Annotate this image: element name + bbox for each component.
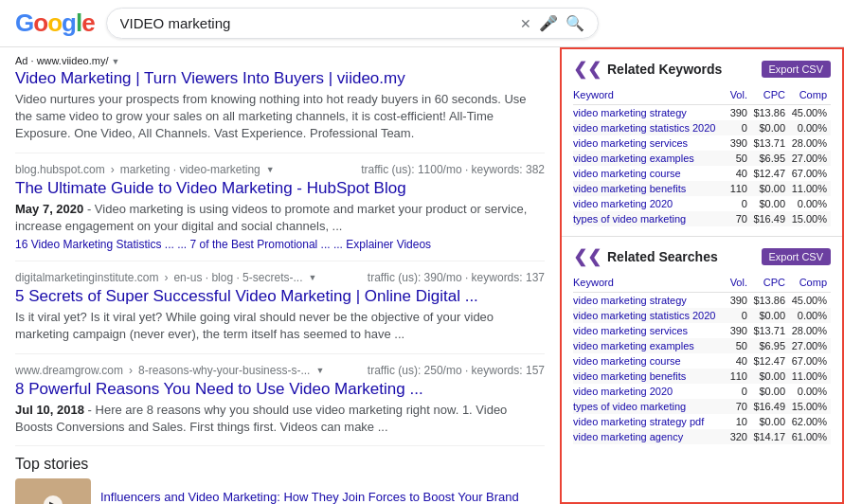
vol-cell: 390 [728,323,751,338]
vol-cell: 110 [728,369,751,384]
result-title-2[interactable]: 5 Secrets of Super Successful Video Mark… [15,286,545,307]
google-logo: Google [15,9,95,38]
vol-cell: 0 [728,308,751,323]
comp-cell: 61.00% [789,429,831,444]
vol-cell: 70 [728,211,751,226]
keyword-cell[interactable]: video marketing statistics 2020 [573,308,728,323]
widget-icon-2: ❮❮ [573,246,602,267]
result-meta-3: www.dreamgrow.com › 8-reasons-why-your-b… [15,364,545,377]
col-cpc-1: CPC [751,87,789,105]
related-keywords-header: ❮❮ Related Keywords Export CSV [573,59,831,80]
top-stories-title: Top stories [15,456,545,473]
vol-cell: 0 [728,120,751,135]
cpc-cell: $12.47 [751,353,789,369]
keyword-cell[interactable]: video marketing 2020 [573,196,728,211]
keyword-cell[interactable]: types of video marketing [573,211,728,226]
results-panel: Ad · www.viideo.my/ ▼ Video Marketing | … [0,47,560,504]
keyword-cell[interactable]: video marketing agency [573,429,728,444]
comp-cell: 0.00% [789,384,831,399]
export-csv-button-2[interactable]: Export CSV [762,248,831,265]
search-bar: ✕ 🎤 🔍 [106,8,599,39]
keyword-cell[interactable]: video marketing services [573,323,728,338]
keyword-cell[interactable]: video marketing course [573,353,728,369]
cpc-cell: $13.71 [751,323,789,338]
keyword-cell[interactable]: video marketing examples [573,151,728,166]
keyword-cell[interactable]: video marketing strategy pdf [573,414,728,429]
keyword-cell[interactable]: video marketing benefits [573,181,728,196]
result-dmi: digitalmarketinginstitute.com › en-us · … [15,271,545,353]
table-row: video marketing course 40 $12.47 67.00% [573,353,831,369]
comp-cell: 67.00% [789,166,831,181]
story-item-1: ▶ Influencers and Video Marketing: How T… [15,478,545,504]
result-meta-1: blog.hubspot.com › marketing · video-mar… [15,163,545,176]
result-title-3[interactable]: 8 Powerful Reasons You Need to Use Video… [15,379,545,400]
col-keyword-2: Keyword [573,275,728,293]
comp-cell: 0.00% [789,120,831,135]
mic-button[interactable]: 🎤 [539,14,558,32]
cpc-cell: $0.00 [751,369,789,384]
vol-cell: 40 [728,353,751,369]
comp-cell: 11.00% [789,369,831,384]
keyword-cell[interactable]: video marketing strategy [573,105,728,121]
table-row: video marketing services 390 $13.71 28.0… [573,135,831,151]
vol-cell: 0 [728,384,751,399]
keyword-cell[interactable]: video marketing examples [573,338,728,353]
result-snippet-2: Is it viral yet? Is it viral yet? While … [15,309,545,343]
export-csv-button-1[interactable]: Export CSV [762,61,831,78]
comp-cell: 45.00% [789,293,831,309]
keyword-cell[interactable]: video marketing strategy [573,293,728,309]
keyword-cell[interactable]: video marketing services [573,135,728,151]
ad-title[interactable]: Video Marketing | Turn Viewers Into Buye… [15,68,545,89]
related-keywords-title: Related Keywords [607,62,722,77]
result-hubspot: blog.hubspot.com › marketing · video-mar… [15,163,545,261]
search-input[interactable] [120,15,512,31]
comp-cell: 62.00% [789,414,831,429]
related-searches-title: Related Searches [607,249,718,264]
vol-cell: 0 [728,196,751,211]
table-row: types of video marketing 70 $16.49 15.00… [573,211,831,226]
play-button-1[interactable]: ▶ [44,495,63,504]
vol-cell: 390 [728,135,751,151]
cpc-cell: $13.86 [751,105,789,121]
vol-cell: 70 [728,399,751,414]
cpc-cell: $6.95 [751,151,789,166]
clear-button[interactable]: ✕ [520,16,531,31]
table-row: video marketing statistics 2020 0 $0.00 … [573,120,831,135]
cpc-cell: $16.49 [751,211,789,226]
search-button[interactable]: 🔍 [566,14,584,32]
table-row: video marketing examples 50 $6.95 27.00% [573,338,831,353]
table-header-row-2: Keyword Vol. CPC Comp [573,275,831,293]
cpc-cell: $13.86 [751,293,789,309]
table-row: video marketing statistics 2020 0 $0.00 … [573,308,831,323]
comp-cell: 0.00% [789,196,831,211]
col-vol-2: Vol. [728,275,751,293]
cpc-cell: $0.00 [751,414,789,429]
table-row: video marketing services 390 $13.71 28.0… [573,323,831,338]
result-meta-2: digitalmarketinginstitute.com › en-us · … [15,271,545,284]
header: Google ✕ 🎤 🔍 [0,0,844,47]
result-snippet-3: Jul 10, 2018 - Here are 8 reasons why yo… [15,402,545,436]
cpc-cell: $0.00 [751,181,789,196]
vol-cell: 50 [728,151,751,166]
vol-cell: 320 [728,429,751,444]
story-thumbnail-1: ▶ [15,478,91,504]
keyword-cell[interactable]: video marketing statistics 2020 [573,120,728,135]
vol-cell: 390 [728,105,751,121]
story-title-1[interactable]: Influencers and Video Marketing: How The… [100,490,545,504]
keyword-cell[interactable]: video marketing course [573,166,728,181]
right-panel: ❮❮ Related Keywords Export CSV Keyword V… [560,47,844,504]
keyword-cell[interactable]: video marketing benefits [573,369,728,384]
keyword-cell[interactable]: types of video marketing [573,399,728,414]
cpc-cell: $16.49 [751,399,789,414]
result-title-1[interactable]: The Ultimate Guide to Video Marketing - … [15,178,545,199]
widget-title-row-2: ❮❮ Related Searches [573,246,718,267]
keyword-cell[interactable]: video marketing 2020 [573,384,728,399]
comp-cell: 15.00% [789,211,831,226]
ad-result: Ad · www.viideo.my/ ▼ Video Marketing | … [15,55,545,153]
col-comp-1: Comp [789,87,831,105]
cpc-cell: $6.95 [751,338,789,353]
related-keywords-table: Keyword Vol. CPC Comp video marketing st… [573,87,831,226]
related-keywords-section: ❮❮ Related Keywords Export CSV Keyword V… [562,49,842,237]
cpc-cell: $0.00 [751,384,789,399]
comp-cell: 27.00% [789,338,831,353]
